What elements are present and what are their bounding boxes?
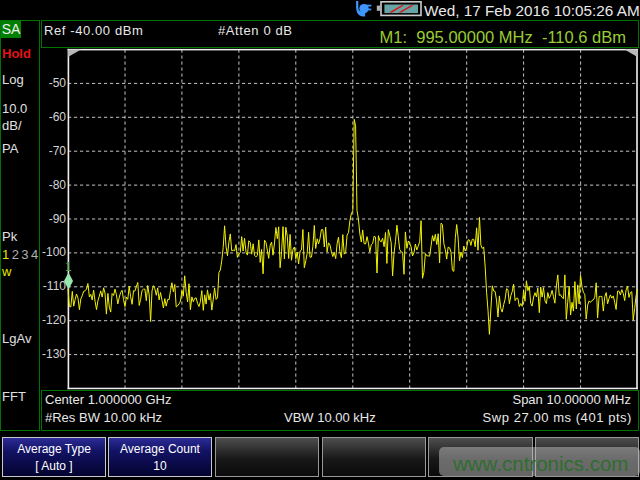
svg-text:-50: -50 bbox=[49, 76, 67, 90]
svg-text:-90: -90 bbox=[49, 212, 67, 226]
svg-text:-70: -70 bbox=[49, 144, 67, 158]
svg-text:1: 1 bbox=[65, 260, 72, 274]
svg-text:-120: -120 bbox=[42, 313, 66, 327]
svg-text:-80: -80 bbox=[49, 178, 67, 192]
svg-text:-60: -60 bbox=[49, 110, 67, 124]
svg-text:-100: -100 bbox=[42, 245, 66, 259]
svg-text:-110: -110 bbox=[43, 279, 66, 293]
svg-text:-130: -130 bbox=[42, 347, 66, 361]
